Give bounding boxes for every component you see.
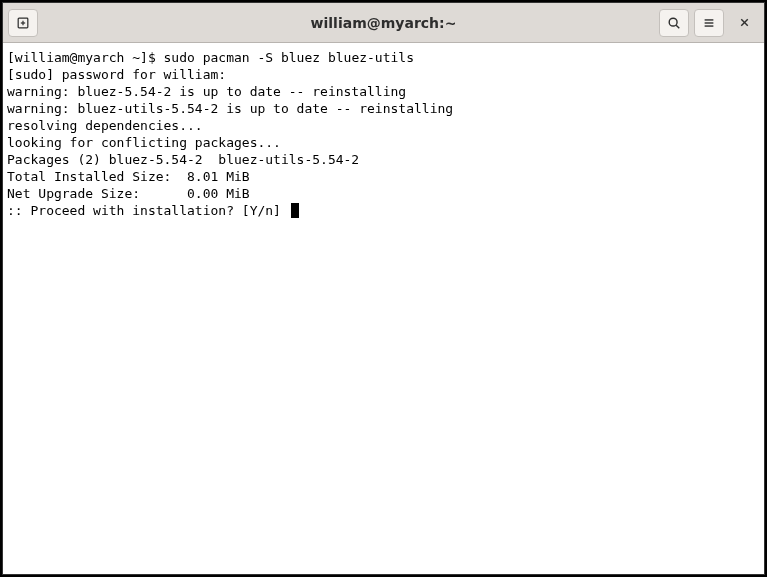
svg-point-3: [669, 18, 677, 26]
terminal-line: [william@myarch ~]$ sudo pacman -S bluez…: [7, 49, 760, 66]
search-icon: [667, 16, 681, 30]
terminal-line: warning: bluez-utils-5.54-2 is up to dat…: [7, 100, 760, 117]
titlebar: william@myarch:~: [3, 3, 764, 43]
svg-line-4: [676, 25, 679, 28]
window-title: william@myarch:~: [311, 15, 457, 31]
titlebar-right: [659, 9, 759, 37]
menu-button[interactable]: [694, 9, 724, 37]
shell-prompt: [william@myarch ~]$: [7, 50, 164, 65]
terminal-line: Total Installed Size: 8.01 MiB: [7, 168, 760, 185]
shell-command: sudo pacman -S bluez bluez-utils: [164, 50, 414, 65]
terminal-line: Packages (2) bluez-5.54-2 bluez-utils-5.…: [7, 151, 760, 168]
terminal-line: resolving dependencies...: [7, 117, 760, 134]
terminal-line: looking for conflicting packages...: [7, 134, 760, 151]
hamburger-icon: [702, 16, 716, 30]
titlebar-left: [8, 9, 38, 37]
new-tab-button[interactable]: [8, 9, 38, 37]
new-tab-icon: [16, 16, 30, 30]
cursor: [291, 203, 299, 218]
terminal-line: Net Upgrade Size: 0.00 MiB: [7, 185, 760, 202]
close-button[interactable]: [729, 9, 759, 37]
terminal-line: warning: bluez-5.54-2 is up to date -- r…: [7, 83, 760, 100]
terminal-line: :: Proceed with installation? [Y/n]: [7, 202, 760, 219]
close-icon: [738, 16, 751, 29]
terminal-line: [sudo] password for william:: [7, 66, 760, 83]
terminal-window: william@myarch:~: [2, 2, 765, 575]
proceed-prompt: :: Proceed with installation? [Y/n]: [7, 203, 289, 218]
search-button[interactable]: [659, 9, 689, 37]
terminal-area[interactable]: [william@myarch ~]$ sudo pacman -S bluez…: [3, 43, 764, 574]
